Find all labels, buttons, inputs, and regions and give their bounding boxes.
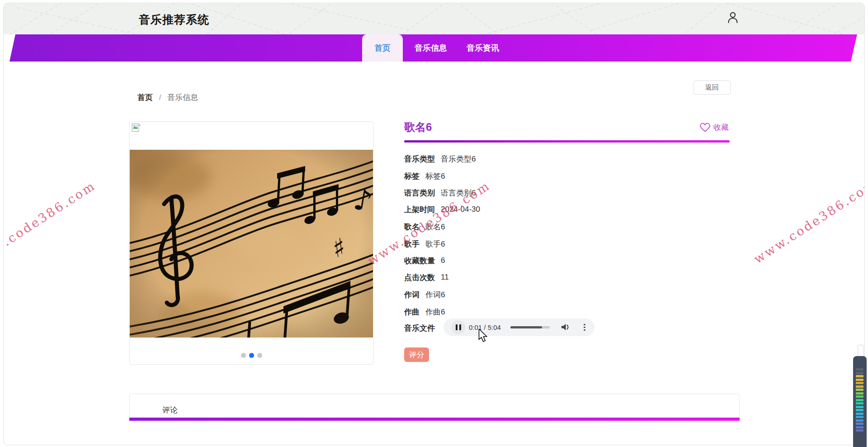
comments-title: 评论 [162, 405, 178, 415]
tab-music-news[interactable]: 音乐资讯 [462, 34, 504, 62]
main-navbar: 首页 音乐信息 音乐资讯 [4, 34, 864, 62]
field-value: 音乐类型6 [441, 154, 476, 164]
field-row-music-type: 音乐类型 音乐类型6 [404, 153, 476, 164]
screen: 音乐推荐系统 首页 音乐信息 音乐资讯 首页 / 音乐信息 返回 [0, 0, 868, 447]
song-title: 歌名6 [404, 120, 432, 134]
volume-meter-widget[interactable] [853, 356, 867, 447]
favorite-label: 收藏 [713, 122, 729, 133]
comments-section: 评论 [129, 394, 740, 421]
field-row-lyricist: 作词 作词6 [404, 289, 445, 300]
field-label: 标签 [404, 171, 420, 181]
heart-icon [700, 123, 710, 132]
comments-accent-bar [129, 418, 740, 421]
carousel-dots [130, 353, 373, 358]
audio-progress-track[interactable] [510, 326, 550, 328]
field-row-singer: 歌手 歌手6 [404, 238, 445, 249]
music-notes-image: ♯ ♪ [130, 150, 373, 338]
watermark-left: www.code386.com [3, 178, 98, 268]
image-carousel: ♯ ♪ [129, 121, 373, 365]
breadcrumb: 首页 / 音乐信息 [137, 92, 198, 103]
volume-icon[interactable] [561, 323, 570, 331]
field-row-song-name: 歌名 歌名6 [404, 221, 445, 232]
audio-time: 0:01 / 5:04 [469, 319, 501, 336]
breadcrumb-home[interactable]: 首页 [137, 93, 153, 102]
field-value: 6 [441, 256, 445, 265]
field-value: 歌手6 [425, 239, 445, 249]
page-container: 音乐推荐系统 首页 音乐信息 音乐资讯 首页 / 音乐信息 返回 [3, 3, 865, 445]
user-icon[interactable] [726, 10, 740, 25]
audio-progress-played [510, 326, 542, 328]
field-value: 歌名6 [425, 222, 445, 232]
pause-icon [456, 324, 458, 330]
breadcrumb-separator: / [159, 93, 161, 102]
pause-icon [459, 324, 461, 330]
carousel-dot-2-active[interactable] [249, 353, 254, 358]
field-row-language: 语言类别 语言类别6 [404, 187, 476, 198]
broken-image-icon [132, 123, 141, 132]
audio-file-label: 音乐文件 [404, 323, 435, 333]
field-row-favorite-count: 收藏数量 6 [404, 255, 445, 266]
back-button[interactable]: 返回 [693, 81, 731, 95]
field-value: 作词6 [425, 290, 445, 300]
audio-player[interactable]: 0:01 / 5:04 [443, 319, 594, 336]
watermark-right: www.code386.com [751, 176, 865, 266]
breadcrumb-current: 音乐信息 [167, 93, 198, 102]
app-header: 音乐推荐系统 [4, 3, 864, 34]
field-value: 标签6 [425, 171, 445, 181]
field-value: 2024-04-30 [441, 205, 480, 214]
field-value: 作曲6 [425, 307, 445, 317]
tab-music-info[interactable]: 音乐信息 [410, 34, 452, 62]
field-label: 语言类别 [404, 188, 435, 198]
field-label: 作曲 [404, 307, 420, 317]
field-row-release-date: 上架时间 2024-04-30 [404, 204, 480, 215]
field-label: 上架时间 [404, 204, 435, 215]
field-value: 11 [441, 273, 449, 282]
field-label: 音乐类型 [404, 154, 435, 164]
field-row-tag: 标签 标签6 [404, 171, 445, 181]
field-row-composer: 作曲 作曲6 [404, 306, 445, 317]
field-label: 点击次数 [404, 272, 435, 283]
carousel-dot-3[interactable] [257, 353, 262, 358]
app-title: 音乐推荐系统 [139, 12, 209, 27]
tab-home[interactable]: 首页 [362, 34, 403, 62]
field-label: 收藏数量 [404, 256, 435, 266]
field-row-click-count: 点击次数 11 [404, 272, 449, 283]
favorite-button[interactable]: 收藏 [700, 122, 729, 133]
field-value: 语言类别6 [441, 188, 476, 198]
rate-button[interactable]: 评分 [404, 347, 429, 362]
title-divider [404, 140, 730, 143]
carousel-dot-1[interactable] [241, 353, 246, 358]
kebab-menu-icon[interactable] [580, 323, 589, 332]
field-label: 歌手 [404, 239, 420, 249]
field-label: 作词 [404, 290, 420, 300]
pause-button[interactable] [451, 320, 465, 334]
volume-meter-bars [856, 368, 863, 432]
field-label: 歌名 [404, 222, 420, 232]
